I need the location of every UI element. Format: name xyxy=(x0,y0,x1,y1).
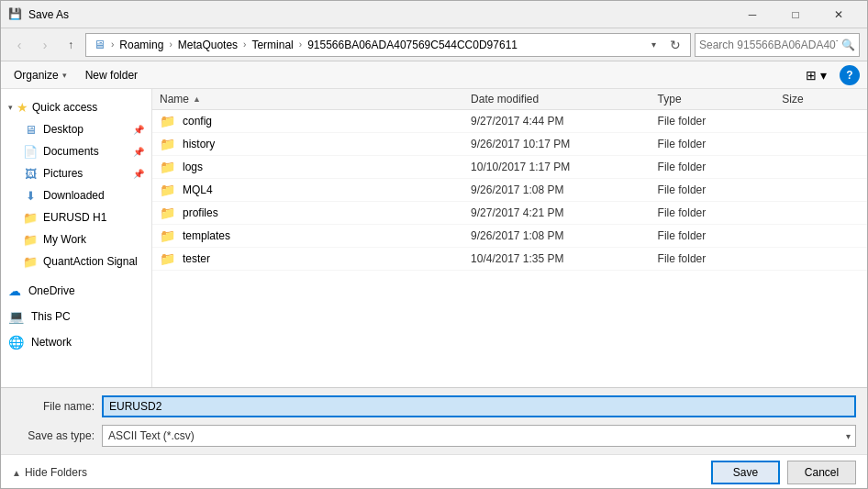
save-button[interactable]: Save xyxy=(711,461,780,484)
breadcrumb-metaquotes[interactable]: MetaQuotes xyxy=(174,38,241,52)
file-name-templates: 📁 templates xyxy=(160,228,471,243)
help-icon: ? xyxy=(846,69,852,82)
sidebar-item-documents[interactable]: 📄 Documents 📌 xyxy=(1,140,151,162)
sidebar-item-pictures[interactable]: 🖼 Pictures 📌 xyxy=(1,162,151,184)
file-row-logs[interactable]: 📁 logs 10/10/2017 1:17 PM File folder xyxy=(152,156,867,179)
onedrive-icon: ☁ xyxy=(8,283,21,298)
network-label: Network xyxy=(31,336,72,349)
file-name-profiles: 📁 profiles xyxy=(160,206,471,220)
back-button[interactable]: ‹ xyxy=(8,34,30,56)
view-button[interactable]: ⊞ ▾ xyxy=(800,66,832,84)
file-name-config: 📁 config xyxy=(160,114,471,128)
file-name-logs: 📁 logs xyxy=(160,160,471,174)
quick-access-header[interactable]: ▾ ★ Quick access xyxy=(1,96,151,118)
onedrive-item[interactable]: ☁ OneDrive xyxy=(1,280,151,302)
file-type-templates: File folder xyxy=(658,229,783,242)
file-row-config[interactable]: 📁 config 9/27/2017 4:44 PM File folder xyxy=(152,110,867,133)
quick-access-chevron-icon: ▾ xyxy=(8,103,13,112)
file-type-history: File folder xyxy=(658,138,783,150)
network-icon: 🌐 xyxy=(8,335,24,350)
file-row-tester[interactable]: 📁 tester 10/4/2017 1:35 PM File folder xyxy=(152,248,867,271)
bottom-footer: ▲ Hide Folders Save Cancel xyxy=(1,454,867,488)
refresh-button[interactable]: ↻ xyxy=(664,34,686,56)
cancel-button[interactable]: Cancel xyxy=(787,461,856,484)
file-date-config: 9/27/2017 4:44 PM xyxy=(471,115,657,128)
file-row-templates[interactable]: 📁 templates 9/26/2017 1:08 PM File folde… xyxy=(152,225,867,248)
breadcrumb-sep-0: › xyxy=(111,39,114,50)
saveas-row: Save as type: ASCII Text (*.csv) ▾ xyxy=(12,425,856,447)
name-sort-icon: ▲ xyxy=(193,94,201,104)
search-input[interactable] xyxy=(699,39,838,51)
column-date-header[interactable]: Date modified xyxy=(471,93,657,106)
sidebar: ▾ ★ Quick access 🖥 Desktop 📌 📄 Documents… xyxy=(1,89,152,387)
file-name-tester: 📁 tester xyxy=(160,251,471,266)
view-icon: ⊞ xyxy=(806,68,817,83)
breadcrumb-roaming[interactable]: Roaming xyxy=(116,38,167,52)
column-size-header[interactable]: Size xyxy=(782,93,860,106)
help-button[interactable]: ? xyxy=(840,65,860,85)
sidebar-item-quantaction[interactable]: 📁 QuantAction Signal xyxy=(1,250,151,272)
address-bar: 🖥 › Roaming › MetaQuotes › Terminal › 91… xyxy=(85,33,691,57)
forward-button[interactable]: › xyxy=(34,34,56,56)
quantaction-folder-icon: 📁 xyxy=(23,254,38,269)
title-bar-buttons: ─ □ ✕ xyxy=(731,1,860,28)
organize-label: Organize xyxy=(14,69,59,82)
close-button[interactable]: ✕ xyxy=(818,1,860,28)
file-date-tester: 10/4/2017 1:35 PM xyxy=(471,252,657,265)
file-date-mql4: 9/26/2017 1:08 PM xyxy=(471,183,657,196)
filename-row: File name: xyxy=(12,395,856,417)
maximize-button[interactable]: □ xyxy=(774,1,817,28)
hide-folders-label: Hide Folders xyxy=(25,466,87,479)
file-row-profiles[interactable]: 📁 profiles 9/27/2017 4:21 PM File folder xyxy=(152,202,867,225)
file-name-history: 📁 history xyxy=(160,137,471,151)
breadcrumb-icon[interactable]: 🖥 xyxy=(90,37,109,52)
column-type-header[interactable]: Type xyxy=(658,93,783,106)
new-folder-label: New folder xyxy=(85,69,138,82)
search-icon: 🔍 xyxy=(841,39,855,51)
dialog-title: Save As xyxy=(28,8,731,21)
breadcrumb-sep-2: › xyxy=(243,39,246,50)
breadcrumb-hash[interactable]: 915566BA06ADA407569C544CC0D97611 xyxy=(304,38,521,52)
downloaded-icon: ⬇ xyxy=(23,188,38,203)
column-name-header[interactable]: Name ▲ xyxy=(160,93,471,106)
new-folder-button[interactable]: New folder xyxy=(80,67,143,83)
organize-button[interactable]: Organize ▾ xyxy=(8,67,72,83)
thispc-item[interactable]: 💻 This PC xyxy=(1,306,151,328)
file-list-header: Name ▲ Date modified Type Size xyxy=(152,89,867,110)
pictures-pin-icon: 📌 xyxy=(133,169,144,179)
up-button[interactable]: ↑ xyxy=(60,34,82,56)
desktop-icon: 🖥 xyxy=(23,122,38,137)
address-dropdown-button[interactable]: ▾ xyxy=(646,35,661,55)
filename-input[interactable] xyxy=(102,395,856,417)
quick-access-label: Quick access xyxy=(32,101,97,114)
sidebar-item-downloaded[interactable]: ⬇ Downloaded xyxy=(1,184,151,206)
sidebar-eurusd-label: EURUSD H1 xyxy=(43,211,106,224)
view-chevron-icon: ▾ xyxy=(820,68,827,83)
pictures-icon: 🖼 xyxy=(23,166,38,181)
sidebar-pictures-label: Pictures xyxy=(43,167,83,180)
file-name-mql4: 📁 MQL4 xyxy=(160,183,471,197)
file-type-mql4: File folder xyxy=(658,183,783,196)
desktop-pin-icon: 📌 xyxy=(133,125,144,135)
cancel-btn-label: Cancel xyxy=(805,466,839,479)
mywork-folder-icon: 📁 xyxy=(23,232,38,247)
sidebar-downloaded-label: Downloaded xyxy=(43,189,105,202)
file-date-templates: 9/26/2017 1:08 PM xyxy=(471,229,657,242)
action-bar: Organize ▾ New folder ⊞ ▾ ? xyxy=(1,61,867,89)
file-type-config: File folder xyxy=(658,115,783,128)
quick-access-star-icon: ★ xyxy=(17,100,28,115)
breadcrumb-terminal[interactable]: Terminal xyxy=(248,38,296,52)
saveas-label: Save as type: xyxy=(12,429,95,442)
thispc-icon: 💻 xyxy=(8,309,24,324)
saveas-select[interactable]: ASCII Text (*.csv) xyxy=(102,425,856,447)
file-date-history: 9/26/2017 10:17 PM xyxy=(471,138,657,150)
hide-folders-button[interactable]: ▲ Hide Folders xyxy=(12,466,87,479)
sidebar-item-desktop[interactable]: 🖥 Desktop 📌 xyxy=(1,118,151,140)
minimize-button[interactable]: ─ xyxy=(731,1,773,28)
file-row-history[interactable]: 📁 history 9/26/2017 10:17 PM File folder xyxy=(152,133,867,156)
sidebar-item-eurusd[interactable]: 📁 EURUSD H1 xyxy=(1,206,151,228)
sidebar-item-mywork[interactable]: 📁 My Work xyxy=(1,228,151,250)
file-row-mql4[interactable]: 📁 MQL4 9/26/2017 1:08 PM File folder xyxy=(152,179,867,202)
network-item[interactable]: 🌐 Network xyxy=(1,331,151,353)
folder-icon-logs: 📁 xyxy=(160,160,175,174)
